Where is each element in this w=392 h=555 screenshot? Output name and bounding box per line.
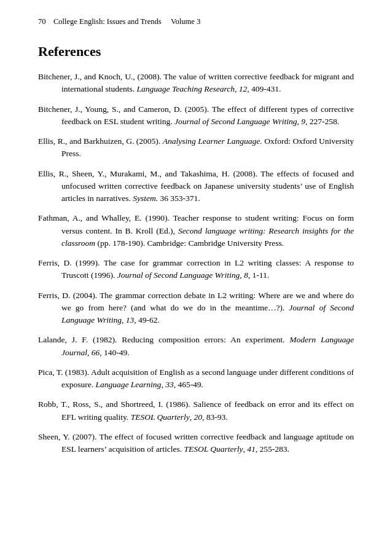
page-header: 70 College English: Issues and Trends Vo… <box>38 17 354 26</box>
reference-text: Fathman, A., and Whalley, E. (1990). Tea… <box>38 212 354 250</box>
list-item: Pica, T. (1983). Adult acquisition of En… <box>38 366 354 392</box>
list-item: Bitchener, J., and Knoch, U., (2008). Th… <box>38 71 354 96</box>
page-number: 70 <box>38 17 46 26</box>
list-item: Robb, T., Ross, S., and Shortreed, I. (1… <box>38 398 354 423</box>
list-item: Lalande, J. F. (1982). Reducing composit… <box>38 334 354 359</box>
reference-text: Ferris, D. (1999). The case for grammar … <box>38 257 354 282</box>
list-item: Ferris, D. (2004). The grammar correctio… <box>38 289 354 327</box>
list-item: Ferris, D. (1999). The case for grammar … <box>38 257 354 282</box>
list-item: Bitchener, J., Young, S., and Cameron, D… <box>38 103 354 128</box>
reference-text: Bitchener, J., Young, S., and Cameron, D… <box>38 103 354 128</box>
volume-label: Volume 3 <box>171 17 200 26</box>
reference-text: Pica, T. (1983). Adult acquisition of En… <box>38 366 354 392</box>
page: 70 College English: Issues and Trends Vo… <box>0 0 392 487</box>
reference-list: Bitchener, J., and Knoch, U., (2008). Th… <box>38 71 354 455</box>
list-item: Ellis, R., and Barkhuizen, G. (2005). An… <box>38 135 354 160</box>
reference-text: Sheen, Y. (2007). The effect of focused … <box>38 431 354 456</box>
reference-text: Ellis, R., Sheen, Y., Murakami, M., and … <box>38 168 354 205</box>
reference-text: Robb, T., Ross, S., and Shortreed, I. (1… <box>38 398 354 423</box>
journal-title: College English: Issues and Trends <box>53 17 162 26</box>
list-item: Sheen, Y. (2007). The effect of focused … <box>38 431 354 456</box>
reference-text: Lalande, J. F. (1982). Reducing composit… <box>38 334 354 359</box>
list-item: Ellis, R., Sheen, Y., Murakami, M., and … <box>38 168 354 205</box>
list-item: Fathman, A., and Whalley, E. (1990). Tea… <box>38 212 354 250</box>
section-heading: References <box>38 44 354 60</box>
reference-text: Ellis, R., and Barkhuizen, G. (2005). An… <box>38 135 354 160</box>
reference-text: Ferris, D. (2004). The grammar correctio… <box>38 289 354 327</box>
reference-text: Bitchener, J., and Knoch, U., (2008). Th… <box>38 71 354 96</box>
